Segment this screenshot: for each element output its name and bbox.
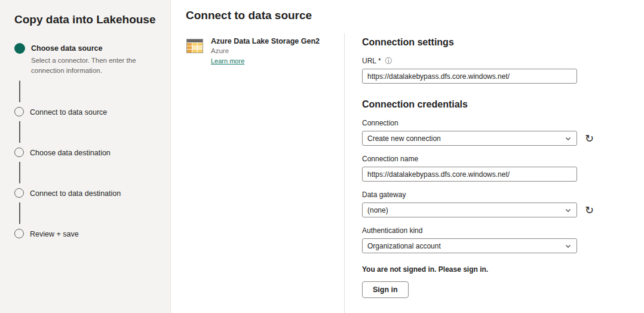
signin-message: You are not signed in. Please sign in. (362, 265, 607, 274)
connection-dropdown-value: Create new connection (367, 134, 441, 143)
chevron-down-icon (565, 135, 572, 142)
connection-label: Connection (362, 119, 607, 127)
step-label: Choose data source (31, 43, 143, 53)
page-title: Connect to data source (186, 9, 312, 22)
connection-name-label: Connection name (362, 155, 607, 163)
data-gateway-dropdown[interactable]: (none) (362, 202, 577, 217)
step-label: Connect to data source (30, 107, 107, 116)
wizard-sidebar: Copy data into Lakehouse Choose data sou… (0, 0, 171, 313)
data-gateway-label: Data gateway (362, 191, 607, 199)
step-connect-to-data-source[interactable]: Connect to data source (14, 107, 157, 116)
step-connect-to-data-destination[interactable]: Connect to data destination (14, 188, 157, 198)
connector-name: Azure Data Lake Storage Gen2 (211, 37, 320, 45)
step-connector-line (19, 121, 20, 143)
refresh-gateway-icon[interactable]: ↻ (585, 205, 594, 216)
step-connector-line (19, 162, 20, 183)
wizard-stepper: Choose data source Select a connector. T… (14, 43, 157, 238)
authentication-kind-dropdown-value: Organizational account (367, 242, 441, 250)
info-icon[interactable]: ⓘ (385, 57, 392, 65)
step-circle-icon (14, 188, 24, 198)
step-review-save[interactable]: Review + save (14, 229, 157, 238)
refresh-connection-icon[interactable]: ↻ (585, 133, 594, 144)
connection-name-input[interactable] (362, 167, 577, 182)
vertical-divider (344, 33, 345, 313)
step-circle-icon (14, 107, 24, 116)
data-gateway-dropdown-value: (none) (367, 206, 388, 214)
connection-credentials-heading: Connection credentials (362, 99, 607, 110)
sign-in-button[interactable]: Sign in (362, 281, 409, 298)
wizard-title: Copy data into Lakehouse (14, 12, 157, 27)
connection-panel: Connection settings URL * ⓘ Connection c… (362, 37, 607, 298)
main-content: Connect to data source Azure Data Lake S… (171, 0, 644, 313)
connector-category: Azure (211, 47, 320, 54)
chevron-down-icon (565, 207, 572, 214)
learn-more-link[interactable]: Learn more (211, 57, 244, 65)
connection-settings-heading: Connection settings (362, 37, 607, 48)
url-label: URL * (362, 57, 381, 65)
step-connector-line (19, 202, 20, 224)
connection-dropdown[interactable]: Create new connection (362, 131, 577, 146)
chevron-down-icon (565, 243, 572, 250)
authentication-kind-dropdown[interactable]: Organizational account (362, 238, 577, 253)
url-field-label-row: URL * ⓘ (362, 57, 607, 65)
step-label: Choose data destination (30, 148, 111, 157)
step-connector-line (19, 81, 20, 102)
step-description: Select a connector. Then enter the conne… (31, 56, 143, 75)
step-label: Review + save (30, 229, 79, 238)
step-choose-data-source[interactable]: Choose data source Select a connector. T… (14, 43, 157, 75)
adls-gen2-table-icon (186, 37, 204, 55)
authentication-kind-label: Authentication kind (362, 226, 607, 235)
connector-card-adls-gen2[interactable]: Azure Data Lake Storage Gen2 Azure Learn… (186, 37, 320, 66)
step-circle-icon (14, 229, 24, 238)
step-choose-data-destination[interactable]: Choose data destination (14, 148, 157, 157)
url-input[interactable] (362, 69, 577, 84)
step-circle-icon (14, 148, 24, 157)
step-circle-filled-icon (14, 43, 25, 54)
step-label: Connect to data destination (30, 188, 121, 198)
